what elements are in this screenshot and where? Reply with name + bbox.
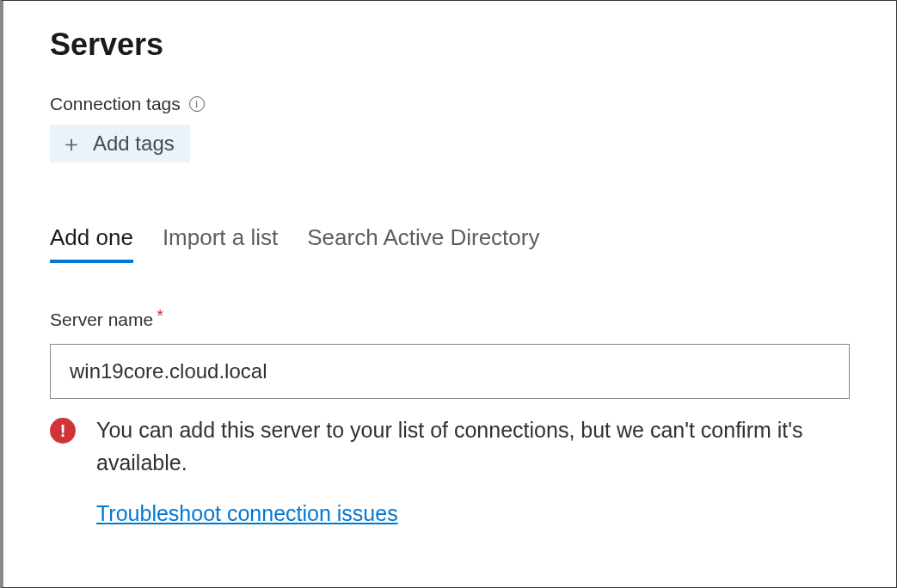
troubleshoot-link[interactable]: Troubleshoot connection issues bbox=[96, 501, 398, 525]
add-tags-button[interactable]: ＋ Add tags bbox=[50, 125, 190, 162]
connection-tags-label: Connection tags bbox=[50, 94, 181, 114]
server-name-input[interactable] bbox=[50, 344, 850, 399]
page-title: Servers bbox=[50, 27, 850, 63]
plus-icon: ＋ bbox=[60, 132, 83, 155]
info-icon[interactable]: i bbox=[189, 96, 205, 112]
tab-add-one[interactable]: Add one bbox=[50, 224, 133, 263]
tab-search-ad[interactable]: Search Active Directory bbox=[307, 224, 539, 263]
validation-message: ! You can add this server to your list o… bbox=[50, 414, 850, 526]
message-content: You can add this server to your list of … bbox=[96, 414, 850, 526]
tabs: Add one Import a list Search Active Dire… bbox=[50, 224, 850, 263]
error-icon: ! bbox=[50, 418, 76, 444]
required-indicator: * bbox=[157, 306, 163, 326]
server-name-label-row: Server name * bbox=[50, 309, 850, 330]
tab-import-list[interactable]: Import a list bbox=[163, 224, 278, 263]
connection-tags-row: Connection tags i bbox=[50, 94, 850, 114]
message-text: You can add this server to your list of … bbox=[96, 414, 850, 479]
add-tags-label: Add tags bbox=[93, 132, 175, 156]
server-name-label: Server name bbox=[50, 309, 153, 330]
